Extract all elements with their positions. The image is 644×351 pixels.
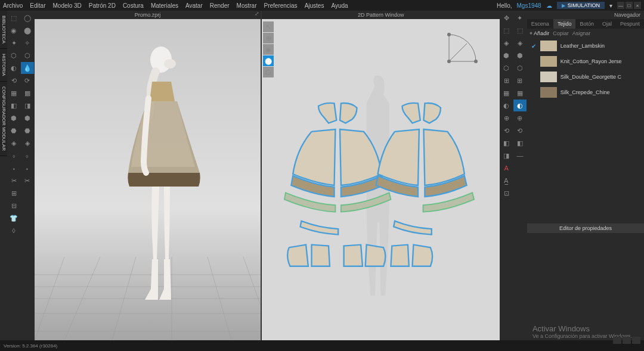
tool-button[interactable]: 👕 — [7, 212, 20, 224]
tool-button[interactable]: ✦ — [7, 37, 20, 49]
tool-button[interactable]: ⬚ — [513, 24, 527, 36]
tool-button[interactable]: ◈ — [500, 37, 513, 49]
tab-button[interactable]: Botón — [575, 19, 598, 29]
fabric-item[interactable]: ✔ Leather_Lambskin — [527, 38, 644, 54]
copy-button[interactable]: Copiar — [553, 30, 569, 36]
tab-stitch[interactable]: Pespunt — [616, 19, 644, 29]
tool-button[interactable]: ― — [513, 150, 527, 161]
tool-button[interactable]: ⊕ — [513, 112, 527, 124]
fabric-item[interactable]: Silk_Crepede_Chine — [527, 85, 644, 100]
pattern-canvas[interactable] — [262, 19, 500, 340]
menu-item[interactable]: Patrón 2D — [89, 2, 116, 9]
cloud-icon[interactable]: ☁ — [546, 2, 552, 9]
check-icon[interactable] — [531, 89, 537, 95]
menu-item[interactable]: Preferencias — [264, 2, 297, 9]
tool-button[interactable]: ⬩ — [7, 162, 20, 174]
tool-button[interactable]: ⬤ — [21, 24, 34, 36]
dropdown-icon[interactable]: ▾ — [609, 2, 612, 9]
tool-button[interactable]: ◨ — [21, 100, 34, 111]
menu-item[interactable]: Ajustes — [305, 2, 324, 9]
tool-button[interactable]: ⬢ — [513, 49, 527, 61]
2d-viewport[interactable]: 2D Pattern Window ↖ ⊕ ◉ ⬤ ⬡ — [261, 11, 500, 340]
tool-button[interactable]: ◐ — [500, 100, 513, 111]
vtab-history[interactable]: HISTORIA — [0, 49, 7, 82]
fabric-item[interactable]: Knit_Cotton_Rayon Jerse — [527, 54, 644, 69]
properties-header[interactable]: Editor de propiedades — [527, 223, 644, 233]
tab-scene[interactable]: Escena — [527, 19, 553, 29]
status-icon[interactable] — [623, 337, 631, 344]
tool-button[interactable]: ⊞ — [500, 74, 513, 86]
user-name[interactable]: Mgs1948 — [517, 2, 541, 9]
check-icon[interactable]: ✔ — [531, 43, 537, 49]
menu-item[interactable]: Mostrar — [237, 2, 257, 9]
check-icon[interactable] — [531, 74, 537, 80]
tool-button[interactable]: A — [500, 162, 513, 174]
tool-button[interactable]: ⬢ — [500, 49, 513, 61]
tool-button[interactable]: ◉ — [7, 24, 20, 36]
tool-button[interactable]: ◊ — [7, 225, 20, 237]
menu-item[interactable]: Render — [210, 2, 230, 9]
menu-item[interactable]: Archivo — [3, 2, 23, 9]
tool-button[interactable]: ✦ — [513, 12, 527, 24]
maximize-icon[interactable]: □ — [626, 2, 633, 9]
tool-button[interactable]: ⊞ — [7, 187, 20, 199]
menu-item[interactable]: Editar — [30, 2, 45, 9]
tool-button[interactable]: A̲ — [500, 175, 513, 187]
tool-button[interactable]: ⬚ — [7, 12, 20, 24]
tab-buttonhole[interactable]: Ojal — [598, 19, 616, 29]
tool-button[interactable]: ▦ — [500, 87, 513, 99]
tool-button[interactable]: ⟲ — [500, 125, 513, 136]
tool-button[interactable]: ◧ — [500, 137, 513, 149]
tool-button[interactable]: ◈ — [513, 37, 527, 49]
tool-button[interactable]: ⬣ — [7, 125, 20, 136]
check-icon[interactable] — [531, 58, 537, 64]
tool-button[interactable]: ⟲ — [7, 74, 20, 86]
menu-item[interactable]: Costura — [123, 2, 144, 9]
tool-button[interactable]: ◐ — [7, 62, 20, 74]
tool-button[interactable]: ⬡ — [500, 62, 513, 74]
fabric-item[interactable]: Silk_Double_Georgette C — [527, 69, 644, 85]
tool-button[interactable]: ◈ — [21, 137, 34, 149]
tool-button[interactable]: ▦ — [7, 87, 20, 99]
tool-button[interactable]: ⬣ — [21, 125, 34, 136]
tool-button[interactable]: ⬩ — [21, 162, 34, 174]
tool-button[interactable]: ◨ — [500, 150, 513, 161]
tool-button[interactable]: ⊕ — [500, 112, 513, 124]
menu-item[interactable]: Materiales — [151, 2, 178, 9]
tool-button[interactable]: 💧 — [21, 62, 34, 74]
tool-button[interactable]: ⬚ — [500, 24, 513, 36]
tool-button[interactable]: ⬢ — [21, 112, 34, 124]
tool-button[interactable]: ◐ — [513, 100, 527, 111]
tool-button[interactable]: ◯ — [21, 12, 34, 24]
tool-button[interactable]: ▩ — [21, 87, 34, 99]
tool-button[interactable]: ⊞ — [513, 74, 527, 86]
tool-button[interactable]: ⟲ — [513, 125, 527, 136]
tool-button[interactable]: ▦ — [513, 87, 527, 99]
tab-fabric[interactable]: Tejido — [553, 19, 576, 29]
close-icon[interactable]: × — [634, 2, 641, 9]
tool-button[interactable]: ⬨ — [7, 150, 20, 161]
menu-item[interactable]: Avatar — [185, 2, 203, 9]
status-icon[interactable] — [613, 337, 621, 344]
3d-viewport[interactable]: Promo.zprj ⤢ — [35, 11, 261, 340]
tool-button[interactable]: ⟳ — [21, 74, 34, 86]
vtab-library[interactable]: BIBLIOTECA — [0, 11, 7, 49]
tool-button[interactable]: ✂ — [7, 175, 20, 187]
tool-button[interactable]: ⬡ — [7, 49, 20, 61]
tool-button[interactable]: ✧ — [21, 37, 34, 49]
add-button[interactable]: + Añadir — [530, 30, 549, 36]
tool-button[interactable]: ⊡ — [500, 187, 513, 199]
menu-item[interactable]: Ayuda — [331, 2, 348, 9]
assign-button[interactable]: Asignar — [572, 30, 591, 36]
status-icon[interactable] — [632, 337, 640, 344]
tool-button[interactable]: ⊟ — [7, 200, 20, 212]
tool-button[interactable]: ◧ — [513, 137, 527, 149]
tool-button[interactable]: ◧ — [7, 100, 20, 111]
tool-button[interactable]: ✥ — [500, 12, 513, 24]
simulation-button[interactable]: SIMULATION — [557, 2, 605, 9]
viewport-expand-icon[interactable]: ⤢ — [255, 11, 259, 17]
tool-button[interactable]: ⬡ — [513, 62, 527, 74]
tool-button[interactable]: ⬨ — [21, 150, 34, 161]
vtab-config[interactable]: CONFIGURADOR MODULAR — [0, 82, 7, 156]
minimize-icon[interactable]: — — [617, 2, 624, 9]
